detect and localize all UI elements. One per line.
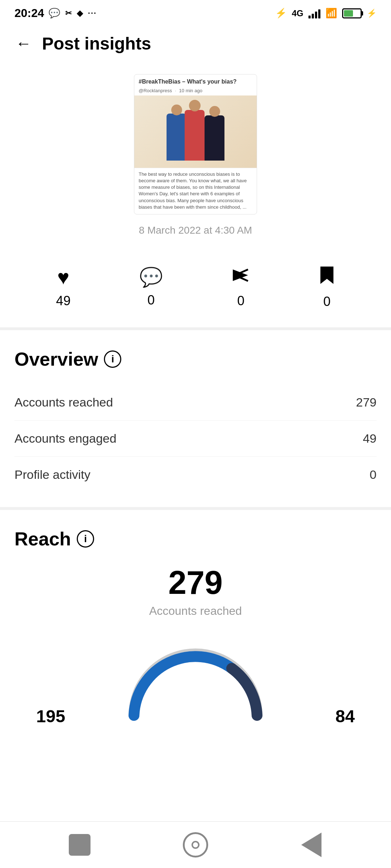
heart-icon: ♥ bbox=[57, 265, 69, 289]
reach-info-icon[interactable]: i bbox=[77, 530, 94, 548]
overview-info-icon[interactable]: i bbox=[104, 350, 121, 368]
back-arrow-icon: ← bbox=[16, 34, 31, 52]
metric-value-engaged: 49 bbox=[363, 431, 377, 446]
post-card-meta: @Rocklanpress · 10 min ago bbox=[134, 87, 257, 95]
battery-icon bbox=[342, 8, 362, 18]
bluetooth-icon: ⚡ bbox=[275, 8, 287, 19]
reach-title: Reach bbox=[14, 528, 71, 550]
chart-value-followers: 195 bbox=[36, 706, 65, 726]
page-title: Post insights bbox=[42, 34, 151, 54]
nav-back[interactable] bbox=[297, 830, 326, 859]
stat-shares: 0 bbox=[231, 266, 250, 309]
nav-home[interactable] bbox=[65, 830, 94, 859]
metric-value-profile: 0 bbox=[370, 468, 377, 482]
more-icon: ··· bbox=[88, 9, 97, 18]
saves-count: 0 bbox=[323, 294, 331, 309]
signal-strength bbox=[308, 8, 320, 18]
whatsapp-icon: 💬 bbox=[49, 8, 60, 19]
comments-count: 0 bbox=[147, 293, 155, 308]
comment-icon: 💬 bbox=[139, 266, 163, 288]
post-card[interactable]: #BreakTheBias – What's your bias? @Rockl… bbox=[134, 74, 257, 214]
shares-count: 0 bbox=[237, 293, 244, 309]
figure-center bbox=[185, 110, 205, 161]
overview-title-row: Overview i bbox=[14, 348, 377, 370]
notification-icon-1: ✂ bbox=[65, 9, 72, 18]
charging-icon: ⚡ bbox=[367, 9, 377, 18]
overview-title: Overview bbox=[14, 348, 98, 370]
metric-label-engaged: Accounts engaged bbox=[14, 431, 117, 446]
home-icon bbox=[69, 834, 91, 856]
reach-chart: 195 84 bbox=[14, 639, 377, 733]
stat-comments: 💬 0 bbox=[139, 266, 163, 308]
network-type: 4G bbox=[292, 8, 303, 18]
header: ← Post insights bbox=[0, 24, 391, 67]
post-card-image bbox=[134, 95, 257, 168]
reach-total: 279 bbox=[14, 564, 377, 601]
nav-bar bbox=[0, 821, 391, 868]
reach-title-row: Reach i bbox=[14, 528, 377, 550]
figure-right bbox=[205, 115, 224, 161]
overview-section: Overview i Accounts reached 279 Accounts… bbox=[0, 330, 391, 510]
nav-center[interactable] bbox=[181, 830, 210, 859]
stats-row: ♥ 49 💬 0 0 0 bbox=[0, 251, 391, 330]
metric-row-engaged[interactable]: Accounts engaged 49 bbox=[14, 421, 377, 457]
wifi-icon: 📶 bbox=[325, 8, 337, 19]
post-card-title: #BreakTheBias – What's your bias? bbox=[134, 75, 257, 87]
status-bar: 20:24 💬 ✂ ◆ ··· ⚡ 4G 📶 ⚡ bbox=[0, 0, 391, 24]
post-time: 10 min ago bbox=[179, 88, 202, 93]
share-icon bbox=[231, 266, 250, 289]
metric-value-reached: 279 bbox=[356, 395, 377, 409]
post-author: @Rocklanpress bbox=[139, 88, 172, 93]
chart-values: 195 84 bbox=[14, 706, 377, 726]
reach-accounts-label: Accounts reached bbox=[14, 604, 377, 618]
figure-left bbox=[167, 114, 186, 161]
post-card-body: The best way to reduce unconscious biase… bbox=[134, 168, 257, 214]
back-nav-icon bbox=[301, 833, 321, 857]
notification-icon-2: ◆ bbox=[77, 9, 83, 18]
circle-icon bbox=[183, 832, 208, 858]
post-figure bbox=[163, 103, 228, 161]
post-preview-section: #BreakTheBias – What's your bias? @Rockl… bbox=[0, 67, 391, 251]
metric-row-profile[interactable]: Profile activity 0 bbox=[14, 457, 377, 493]
bookmark-icon bbox=[319, 265, 335, 290]
likes-count: 49 bbox=[56, 293, 71, 309]
reach-section: Reach i 279 Accounts reached 195 84 bbox=[0, 510, 391, 755]
stat-saves: 0 bbox=[319, 265, 335, 309]
back-button[interactable]: ← bbox=[11, 31, 36, 56]
metric-label-reached: Accounts reached bbox=[14, 395, 113, 409]
metric-label-profile: Profile activity bbox=[14, 468, 91, 482]
metric-row-reached[interactable]: Accounts reached 279 bbox=[14, 384, 377, 421]
chart-value-non-followers: 84 bbox=[336, 706, 355, 726]
post-timestamp: 8 March 2022 at 4:30 AM bbox=[139, 225, 252, 236]
time-display: 20:24 bbox=[14, 7, 44, 20]
stat-likes: ♥ 49 bbox=[56, 265, 71, 309]
circle-inner-icon bbox=[192, 841, 199, 849]
